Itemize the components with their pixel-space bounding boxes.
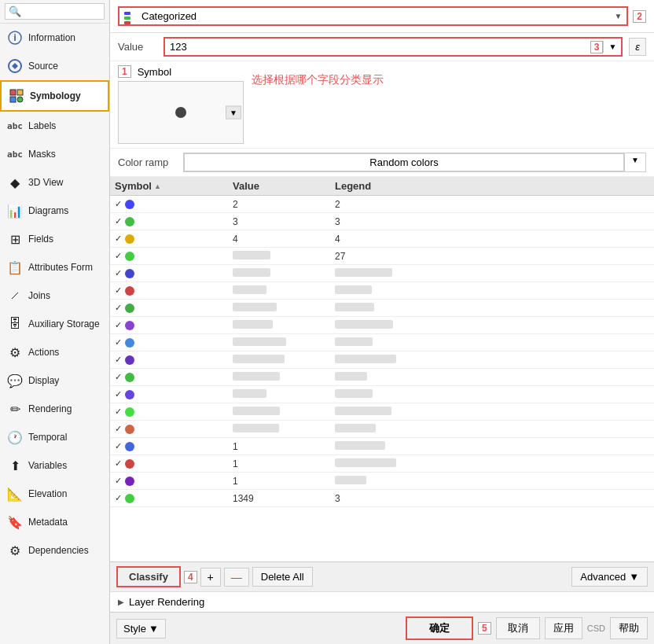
sidebar-item-display[interactable]: 💬Display (0, 366, 109, 395)
row-color-dot-6 (125, 304, 134, 313)
cell-value-8 (228, 336, 330, 350)
value-dropdown-arrow[interactable]: ▼ (603, 41, 621, 53)
advanced-button[interactable]: Advanced ▼ (571, 567, 648, 587)
table-row[interactable]: ✓ (110, 300, 654, 317)
cell-symbol-14: ✓ (110, 440, 228, 453)
sidebar-item-elevation[interactable]: 📐Elevation (0, 480, 109, 508)
blurred-legend-8 (335, 337, 373, 346)
table-row[interactable]: ✓22 (110, 196, 654, 213)
cell-value-4 (228, 267, 330, 281)
sidebar-item-temporal[interactable]: 🕐Temporal (0, 423, 109, 451)
sidebar-item-joins[interactable]: ⟋Joins (0, 282, 109, 310)
sidebar-item-fields[interactable]: ⊞Fields (0, 225, 109, 253)
table-row[interactable]: ✓ (110, 351, 654, 369)
cell-value-14: 1 (228, 440, 330, 454)
cell-symbol-13: ✓ (110, 422, 228, 436)
row-checkbox-13[interactable]: ✓ (115, 424, 122, 434)
table-header: Symbol ▲ Value Legend (110, 177, 654, 196)
row-checkbox-14[interactable]: ✓ (115, 441, 122, 451)
row-checkbox-0[interactable]: ✓ (115, 199, 122, 209)
symbol-preview-box[interactable]: ▼ (118, 81, 244, 144)
table-row[interactable]: ✓27 (110, 248, 654, 265)
cell-value-9 (228, 353, 330, 367)
help-button[interactable]: 帮助 (610, 617, 648, 639)
sidebar-item-variables[interactable]: ⬆Variables (0, 451, 109, 480)
row-checkbox-10[interactable]: ✓ (115, 372, 122, 382)
row-checkbox-11[interactable]: ✓ (115, 389, 122, 399)
table-row[interactable]: ✓ (110, 282, 654, 300)
symbol-dropdown-button[interactable]: ▼ (226, 106, 241, 120)
ok-button[interactable]: 确定 (406, 616, 473, 640)
table-body-scroll[interactable]: ✓22✓33✓44✓27✓✓✓✓✓✓✓✓✓✓✓1✓1✓1✓13493 (110, 196, 654, 561)
sidebar-item-information[interactable]: iInformation (0, 24, 109, 52)
table-row[interactable]: ✓13493 (110, 490, 654, 507)
cell-symbol-5: ✓ (110, 284, 228, 297)
sidebar-item-3dview[interactable]: ◆3D View (0, 168, 109, 197)
th-legend-label: Legend (335, 180, 371, 192)
row-checkbox-7[interactable]: ✓ (115, 320, 122, 330)
row-checkbox-6[interactable]: ✓ (115, 303, 122, 313)
delete-all-button[interactable]: Delete All (252, 567, 313, 587)
row-checkbox-3[interactable]: ✓ (115, 251, 122, 261)
search-input[interactable] (5, 3, 105, 20)
table-row[interactable]: ✓ (110, 265, 654, 282)
row-checkbox-9[interactable]: ✓ (115, 355, 122, 365)
cell-symbol-15: ✓ (110, 457, 228, 470)
cell-legend-0: 2 (330, 197, 654, 212)
th-symbol-label: Symbol (115, 180, 152, 192)
sidebar-item-labels[interactable]: abcLabels (0, 112, 109, 140)
sidebar-item-auxiliary-storage[interactable]: 🗄Auxiliary Storage (0, 310, 109, 338)
color-ramp-label: Color ramp (118, 156, 177, 168)
blurred-value-7 (233, 320, 273, 329)
remove-button[interactable]: — (224, 568, 249, 587)
row-checkbox-4[interactable]: ✓ (115, 268, 122, 278)
blurred-legend-13 (335, 424, 376, 432)
badge-5: 5 (478, 622, 491, 635)
apply-button[interactable]: 应用 (545, 617, 582, 639)
table-row[interactable]: ✓1 (110, 455, 654, 473)
cell-value-0: 2 (228, 197, 330, 212)
sidebar-item-rendering[interactable]: ✏Rendering (0, 395, 109, 423)
table-row[interactable]: ✓1 (110, 438, 654, 455)
style-button[interactable]: Style ▼ (116, 619, 166, 638)
table-row[interactable]: ✓44 (110, 230, 654, 248)
epsilon-button[interactable]: ε (629, 38, 646, 56)
row-checkbox-16[interactable]: ✓ (115, 476, 122, 486)
layer-rendering-row[interactable]: ▶ Layer Rendering (110, 591, 654, 612)
table-row[interactable]: ✓ (110, 386, 654, 403)
table-row[interactable]: ✓ (110, 317, 654, 334)
color-ramp-arrow[interactable]: ▼ (624, 153, 645, 171)
table-row[interactable]: ✓ (110, 403, 654, 421)
row-checkbox-17[interactable]: ✓ (115, 493, 122, 503)
sidebar-item-masks[interactable]: abcMasks (0, 140, 109, 168)
table-row[interactable]: ✓1 (110, 473, 654, 490)
sidebar-item-attributes-form[interactable]: 📋Attributes Form (0, 253, 109, 282)
row-checkbox-5[interactable]: ✓ (115, 285, 122, 296)
row-checkbox-15[interactable]: ✓ (115, 458, 122, 469)
cell-legend-4 (330, 267, 654, 281)
add-button[interactable]: + (200, 568, 221, 587)
value-input[interactable] (165, 39, 587, 55)
classify-button[interactable]: Classify (116, 566, 181, 587)
table-row[interactable]: ✓ (110, 369, 654, 386)
sidebar-item-source[interactable]: Source (0, 52, 109, 80)
sidebar-item-dependencies[interactable]: ⚙Dependencies (0, 536, 109, 565)
sidebar-item-metadata[interactable]: 🔖Metadata (0, 508, 109, 536)
row-checkbox-8[interactable]: ✓ (115, 337, 122, 348)
row-checkbox-12[interactable]: ✓ (115, 407, 122, 417)
cell-value-5 (228, 284, 330, 298)
table-row[interactable]: ✓33 (110, 213, 654, 230)
color-ramp-select[interactable]: Random colors (184, 153, 624, 171)
categorized-select[interactable]: Categorized ▼ (118, 6, 628, 26)
row-checkbox-1[interactable]: ✓ (115, 216, 122, 226)
table-row[interactable]: ✓ (110, 334, 654, 351)
row-checkbox-2[interactable]: ✓ (115, 234, 122, 244)
sidebar-item-symbology[interactable]: Symbology (0, 80, 109, 112)
cell-symbol-4: ✓ (110, 267, 228, 280)
sidebar-item-actions[interactable]: ⚙Actions (0, 338, 109, 366)
cell-legend-10 (330, 370, 654, 385)
cancel-button[interactable]: 取消 (496, 617, 540, 639)
sidebar-item-diagrams[interactable]: 📊Diagrams (0, 197, 109, 225)
table-row[interactable]: ✓ (110, 421, 654, 438)
blurred-value-12 (233, 407, 280, 415)
